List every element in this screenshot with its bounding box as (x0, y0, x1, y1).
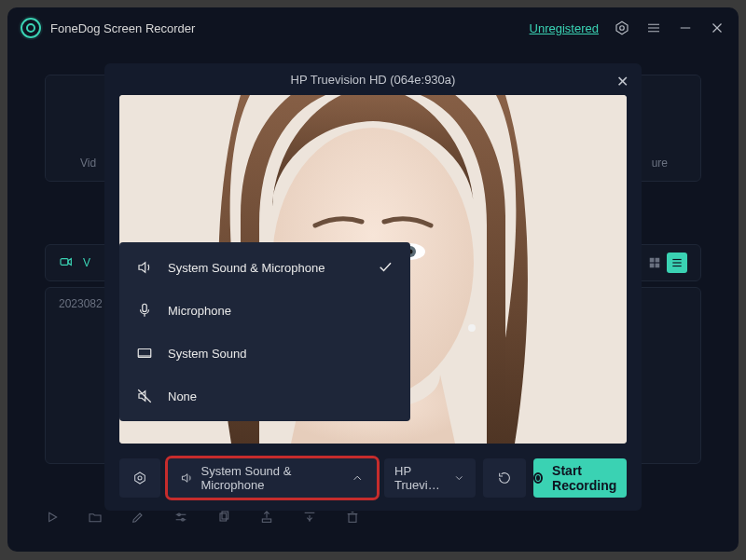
copy-icon[interactable] (216, 510, 231, 525)
svg-rect-12 (656, 264, 660, 268)
audio-source-dropdown[interactable]: System Sound & Microphone (168, 458, 377, 498)
svg-rect-9 (650, 258, 655, 263)
svg-rect-21 (220, 513, 227, 521)
audio-option-system-and-mic[interactable]: System Sound & Microphone (119, 246, 410, 289)
close-window-icon[interactable] (709, 20, 725, 36)
record-dot-icon (533, 472, 543, 484)
close-icon[interactable]: ✕ (616, 73, 629, 90)
bg-label-left: Vid (80, 157, 96, 170)
audio-source-selected: System Sound & Microphone (201, 464, 344, 492)
svg-rect-23 (262, 519, 270, 522)
chevron-up-icon (351, 471, 365, 485)
list-view-button[interactable] (667, 253, 687, 273)
svg-marker-16 (49, 512, 57, 521)
svg-rect-10 (656, 258, 660, 263)
audio-option-label: System Sound (168, 347, 247, 361)
webcam-modal: HP Truevision HD (064e:930a) ✕ (104, 63, 642, 511)
svg-rect-11 (650, 264, 655, 268)
app-window: FoneDog Screen Recorder Unregistered Vid… (7, 7, 739, 552)
svg-point-1 (620, 26, 625, 31)
grid-view-button[interactable] (644, 253, 665, 273)
bg-label-right: ure (652, 157, 668, 170)
check-icon (377, 258, 394, 278)
upload-icon[interactable] (302, 510, 317, 525)
svg-marker-0 (616, 21, 628, 34)
svg-marker-43 (135, 472, 145, 484)
title-bar: FoneDog Screen Recorder Unregistered (7, 7, 739, 48)
modal-title: HP Truevision HD (064e:930a) (104, 73, 642, 87)
audio-option-label: Microphone (168, 304, 231, 318)
svg-rect-22 (222, 512, 228, 519)
speaker-icon (180, 471, 194, 485)
edit-icon[interactable] (131, 510, 145, 525)
app-title: FoneDog Screen Recorder (50, 21, 195, 35)
menu-icon[interactable] (645, 20, 662, 36)
reset-button[interactable] (483, 458, 526, 498)
play-icon[interactable] (45, 510, 60, 525)
camera-device-dropdown[interactable]: HP Truevi… (384, 458, 476, 498)
bg-tab-label[interactable]: V (83, 256, 90, 269)
system-sound-icon (136, 345, 153, 362)
modal-settings-button[interactable] (119, 458, 160, 498)
camera-icon (59, 254, 74, 272)
audio-option-none[interactable]: None (119, 375, 410, 417)
camera-device-selected: HP Truevi… (394, 464, 446, 492)
sliders-icon[interactable] (173, 510, 188, 525)
export-icon[interactable] (259, 510, 274, 525)
chevron-down-icon (453, 471, 465, 485)
svg-rect-25 (349, 514, 356, 523)
svg-rect-8 (61, 258, 68, 265)
unregistered-link[interactable]: Unregistered (530, 21, 599, 35)
mute-icon (136, 388, 153, 404)
audio-option-microphone[interactable]: Microphone (119, 289, 410, 332)
delete-icon[interactable] (345, 510, 360, 525)
start-recording-label: Start Recording (552, 463, 627, 493)
folder-icon[interactable] (88, 510, 103, 525)
microphone-icon (136, 302, 153, 319)
modal-controls: System Sound & Microphone HP Truevi… Sta… (119, 458, 627, 498)
speaker-icon (136, 259, 153, 276)
audio-option-label: System Sound & Microphone (168, 261, 325, 275)
svg-point-37 (468, 324, 476, 332)
svg-point-44 (138, 476, 142, 480)
start-recording-button[interactable]: Start Recording (533, 458, 627, 498)
audio-option-label: None (168, 389, 197, 403)
audio-option-system-sound[interactable]: System Sound (119, 332, 410, 375)
audio-source-popup: System Sound & Microphone Microphone Sys… (119, 242, 410, 421)
svg-rect-38 (143, 304, 147, 311)
app-logo-icon (21, 18, 41, 38)
settings-gear-icon[interactable] (614, 20, 630, 36)
minimize-icon[interactable] (677, 20, 694, 36)
